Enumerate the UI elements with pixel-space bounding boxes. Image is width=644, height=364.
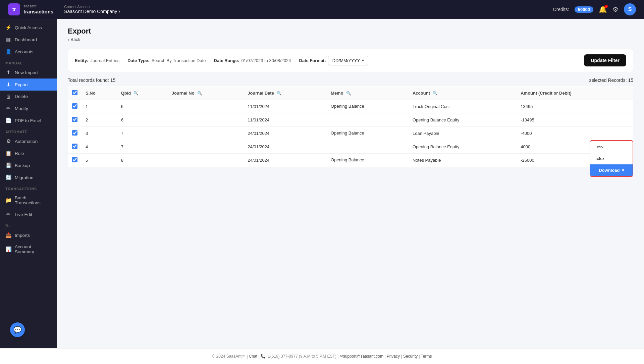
sidebar-item-automation[interactable]: ⚙ Automation (0, 135, 57, 147)
search-icon[interactable]: 🔍 (277, 91, 282, 96)
search-icon[interactable]: 🔍 (133, 91, 139, 96)
date-format-filter: Date Format: DD/MM/YYYY ▾ (299, 56, 369, 65)
cell-sno: 4 (82, 140, 117, 154)
sidebar-item-label: Account Summary (15, 244, 52, 254)
download-dropdown: .csv .xlsx Download ▾ (590, 140, 633, 177)
sidebar-item-label: Live Edit (15, 212, 32, 217)
notification-dot: 1 (604, 5, 608, 8)
cell-sno: 3 (82, 127, 117, 140)
row-checkbox[interactable] (72, 130, 77, 136)
search-icon[interactable]: 🔍 (433, 91, 438, 96)
cell-sno: 2 (82, 113, 117, 127)
imports-icon: 📥 (5, 232, 11, 238)
manual-section-label: MANUAL (0, 58, 57, 66)
account-value: SaasAnt Demo Company ▾ (64, 9, 120, 14)
update-filter-button[interactable]: Update Filter (584, 54, 626, 66)
select-all-checkbox[interactable] (72, 90, 77, 95)
back-label: Back (70, 37, 80, 42)
date-format-label: Date Format: (299, 58, 326, 63)
search-icon[interactable]: 🔍 (346, 91, 351, 96)
account-selector[interactable]: Current Account SaasAnt Demo Company ▾ (64, 5, 120, 14)
sidebar-item-label: Export (15, 82, 28, 87)
layout: ⚡ Quick Access ▦ Dashboard 👤 Accounts MA… (0, 19, 644, 348)
logo: tr saasant transactions (8, 3, 53, 15)
settings-icon[interactable]: ⚙ (612, 5, 619, 13)
cell-journal-date: 11/01/2024 (244, 100, 327, 113)
header-right: Credits: 50000 🔔 1 ⚙ S (553, 3, 636, 15)
sidebar-item-export[interactable]: ⬇ Export (0, 79, 57, 91)
cell-memo: Opening Balance (327, 100, 409, 113)
date-type-filter: Date Type: Search By Transaction Date (127, 58, 206, 63)
footer-privacy-link[interactable]: Privacy (387, 354, 400, 359)
cell-sno: 5 (82, 154, 117, 167)
footer-email-link[interactable]: ✉support@saasant.com (340, 354, 383, 359)
download-label: Download (599, 168, 620, 173)
cell-account: Opening Balance Equity (409, 140, 517, 154)
sidebar-item-label: Batch Transactions (15, 195, 52, 205)
date-type-label: Date Type: (127, 58, 150, 63)
sidebar-item-quick-access[interactable]: ⚡ Quick Access (0, 21, 57, 34)
col-memo: Memo 🔍 (327, 87, 409, 100)
sidebar-item-rule[interactable]: 📋 Rule (0, 147, 57, 159)
search-icon[interactable]: 🔍 (197, 91, 202, 96)
new-import-icon: ⬆ (5, 69, 11, 75)
xlsx-option[interactable]: .xlsx (590, 153, 633, 164)
cell-account: Notes Payable (409, 154, 517, 167)
row-checkbox[interactable] (72, 117, 77, 122)
date-format-select[interactable]: DD/MM/YYYY ▾ (328, 56, 368, 65)
sidebar-item-label: Dashboard (15, 37, 37, 42)
transactions-section-label: TRANSACTIONS (0, 184, 57, 192)
backup-icon: 💾 (5, 162, 11, 168)
csv-option[interactable]: .csv (590, 141, 633, 153)
cell-amount: -13495 (517, 113, 633, 127)
sidebar-item-pdf-to-excel[interactable]: 📄 PDF to Excel (0, 114, 57, 126)
sidebar-item-dashboard[interactable]: ▦ Dashboard (0, 34, 57, 46)
sidebar-item-new-import[interactable]: ⬆ New Import (0, 66, 57, 79)
avatar[interactable]: S (624, 3, 636, 15)
row-checkbox[interactable] (72, 103, 77, 109)
row-checkbox[interactable] (72, 157, 77, 162)
brand-name: saasant (23, 4, 53, 8)
sidebar-item-label: Delete (15, 94, 28, 99)
cell-memo (327, 113, 409, 127)
chevron-down-icon: ▾ (118, 9, 120, 14)
sidebar-item-label: Imports (15, 233, 30, 238)
sidebar-item-modify[interactable]: ✏ Modify (0, 102, 57, 114)
sidebar-item-batch-transactions[interactable]: 📁 Batch Transactions (0, 192, 57, 208)
cell-amount: 13495 (517, 100, 633, 113)
sidebar-item-backup[interactable]: 💾 Backup (0, 159, 57, 171)
selected-records-label: selected Records: 15 (589, 77, 633, 83)
footer-terms-link[interactable]: Terms (421, 354, 432, 359)
automate-section-label: AUTOMATE (0, 126, 57, 135)
cell-journal-no (168, 127, 244, 140)
cell-sno: 1 (82, 100, 117, 113)
footer-security-link[interactable]: Security (403, 354, 418, 359)
download-button[interactable]: Download ▾ (590, 164, 633, 176)
cell-journal-no (168, 100, 244, 113)
sidebar-item-imports[interactable]: 📥 Imports (0, 229, 57, 241)
notification-icon[interactable]: 🔔 1 (599, 5, 607, 13)
credits-label: Credits: (553, 7, 569, 12)
row-checkbox[interactable] (72, 144, 77, 149)
filter-bar: Entity: Journal Entries Date Type: Searc… (68, 49, 633, 72)
cell-memo (327, 140, 409, 154)
cell-journal-date: 24/01/2024 (244, 140, 327, 154)
footer: © 2024 SaasAnt™ | Chat | 📞+1(619) 377-09… (0, 348, 644, 364)
cell-journal-no (168, 154, 244, 167)
quick-access-icon: ⚡ (5, 24, 11, 31)
sidebar-item-label: Migration (15, 175, 34, 180)
footer-chat-link[interactable]: Chat (249, 354, 257, 359)
sidebar-item-delete[interactable]: 🗑 Delete (0, 91, 57, 102)
back-button[interactable]: ‹ Back (68, 37, 633, 42)
sidebar-item-accounts[interactable]: 👤 Accounts (0, 46, 57, 58)
sidebar-item-label: Automation (15, 139, 38, 144)
export-icon: ⬇ (5, 82, 11, 88)
account-summary-icon: 📊 (5, 246, 11, 252)
chat-button[interactable]: 💬 (10, 322, 25, 337)
sidebar-item-live-edit[interactable]: ✏ Live Edit (0, 208, 57, 220)
sidebar-item-account-summary[interactable]: 📊 Account Summary (0, 241, 57, 257)
table-row: 2 6 11/01/2024 Opening Balance Equity -1… (68, 113, 633, 127)
footer-copy: © 2024 SaasAnt™ (212, 354, 246, 359)
sidebar-item-migration[interactable]: 🔄 Migration (0, 171, 57, 184)
sidebar-item-label: PDF to Excel (15, 118, 41, 123)
